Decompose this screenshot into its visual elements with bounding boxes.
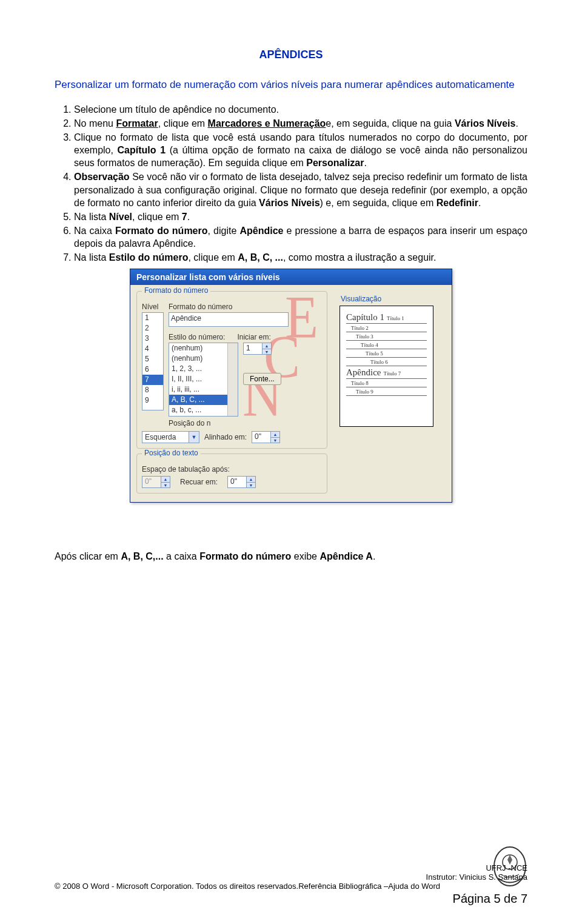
spinner-iniciar[interactable]: 1 ▲▼ bbox=[243, 343, 272, 355]
spin-down-icon[interactable]: ▼ bbox=[263, 349, 271, 355]
text: , clique em bbox=[158, 118, 208, 129]
preview-row: Título 8 bbox=[346, 379, 427, 387]
label-espaco: Espaço de tabulação após: bbox=[142, 465, 230, 474]
label-nivel: Nível bbox=[142, 303, 164, 311]
text: . bbox=[515, 118, 518, 129]
list-item[interactable]: 1 bbox=[142, 313, 163, 323]
preview-row: Título 3 bbox=[346, 332, 427, 341]
preview-small: Título 3 bbox=[356, 333, 373, 340]
text: a caixa bbox=[164, 551, 200, 561]
text: . bbox=[373, 551, 375, 561]
btn-ref-redefinir: Redefinir bbox=[436, 198, 478, 208]
list-item[interactable]: 4 bbox=[142, 344, 163, 354]
preview-small: Título 1 bbox=[387, 315, 404, 321]
spin-up-icon[interactable]: ▲ bbox=[263, 343, 271, 349]
after-dialog-text: Após clicar em A, B, C,... a caixa Forma… bbox=[55, 551, 527, 562]
spinner-value[interactable]: 1 bbox=[244, 343, 262, 354]
preview-small: Título 9 bbox=[356, 389, 373, 395]
step-1: Selecione um título de apêndice no docum… bbox=[74, 103, 527, 116]
preview-small: Título 6 bbox=[370, 359, 388, 365]
label-alinhado: Alinhado em: bbox=[204, 433, 247, 441]
btn-label: Fonte... bbox=[250, 375, 275, 383]
spinner-recuar[interactable]: 0" ▲▼ bbox=[227, 476, 256, 488]
spinner-espaco: 0" ▲▼ bbox=[142, 476, 170, 488]
list-item[interactable]: 9 bbox=[142, 395, 163, 406]
preview-row: Capítulo 1Título 1 bbox=[346, 311, 427, 324]
chevron-down-icon[interactable]: ▼ bbox=[189, 432, 199, 443]
spinner-value: 0" bbox=[142, 477, 161, 487]
preview-row: Título 9 bbox=[346, 387, 427, 396]
label-iniciar: Iniciar em: bbox=[237, 333, 270, 341]
nivel-listbox[interactable]: 1 2 3 4 5 6 7 8 9 bbox=[142, 312, 164, 410]
ref-abc2: A, B, C,... bbox=[121, 551, 163, 561]
label-posicao-partial: Posição do n bbox=[169, 419, 322, 427]
estilo-numero-dropdown[interactable]: (nenhum) (nenhum) 1, 2, 3, ... I, II, II… bbox=[169, 343, 238, 417]
step-7: Na lista Estilo do número, clique em A, … bbox=[74, 251, 527, 264]
group-posicao-texto: Posição do texto Espaço de tabulação apó… bbox=[136, 454, 327, 494]
fonte-button[interactable]: Fonte... bbox=[243, 373, 281, 385]
input-formato-numero[interactable]: Apêndice bbox=[169, 312, 289, 327]
observacao-label: Observação bbox=[74, 172, 130, 182]
tab-varios-niveis-ref: Vários Níveis bbox=[259, 198, 320, 208]
preview-row: Título 6 bbox=[346, 358, 427, 366]
list-item[interactable]: 8 bbox=[142, 385, 163, 395]
preview-row: Título 2 bbox=[346, 324, 427, 332]
preview-big: Apêndice bbox=[346, 367, 381, 378]
tab-varios-niveis: Vários Níveis bbox=[455, 118, 516, 129]
dialog-titlebar: Personalizar lista com vários níveis bbox=[130, 269, 452, 285]
spin-up-icon: ▲ bbox=[161, 477, 170, 483]
text: Após clicar em bbox=[55, 551, 121, 561]
footer-ufrj: UFRJ -NCE bbox=[55, 863, 527, 872]
btn-ref-personalizar: Personalizar bbox=[306, 158, 364, 168]
subtitle: Personalizar um formato de numeração com… bbox=[55, 78, 527, 92]
ref-apendice: Apêndice bbox=[239, 226, 283, 236]
list-item[interactable]: 2 bbox=[142, 323, 163, 333]
combo-posicao[interactable]: Esquerda ▼ bbox=[142, 431, 199, 443]
page-title: APÊNDICES bbox=[55, 49, 527, 61]
scrollbar[interactable] bbox=[227, 343, 238, 416]
spinner-value[interactable]: 0" bbox=[252, 432, 270, 443]
preview-big: Capítulo 1 bbox=[346, 312, 384, 323]
spinner-alinhado[interactable]: 0" ▲▼ bbox=[252, 431, 280, 443]
preview-small: Título 2 bbox=[351, 325, 369, 331]
text: , como mostra a ilustração a seguir. bbox=[283, 252, 436, 263]
step-5: Na lista Nível, clique em 7. bbox=[74, 210, 527, 223]
spin-down-icon[interactable]: ▼ bbox=[271, 438, 279, 443]
group-formato-numero: Formato do número Nível 1 2 3 4 5 6 bbox=[136, 291, 327, 449]
ref-7: 7 bbox=[182, 212, 187, 222]
spin-up-icon[interactable]: ▲ bbox=[271, 432, 279, 438]
text: ) e, em seguida, clique em bbox=[320, 198, 436, 208]
ref-capitulo1: Capítulo 1 bbox=[118, 145, 166, 155]
menu-formatar: Formatar bbox=[116, 118, 158, 129]
spin-up-icon[interactable]: ▲ bbox=[247, 477, 255, 483]
label-visualizacao: Visualização bbox=[341, 295, 446, 303]
label-formato: Formato do número bbox=[169, 303, 232, 311]
label-estilo: Estilo do número: bbox=[169, 333, 225, 341]
group-label: Formato do número bbox=[142, 286, 210, 295]
step-4: Observação Se você não vir o formato de … bbox=[74, 170, 527, 209]
text: , clique em bbox=[132, 212, 182, 222]
ref-apendice-a: Apêndice A bbox=[319, 551, 372, 561]
text: . bbox=[187, 212, 190, 222]
list-item[interactable]: 5 bbox=[142, 354, 163, 364]
ref-formato-numero: Formato do número bbox=[115, 226, 207, 236]
preview-small: Título 5 bbox=[366, 350, 383, 357]
preview-row: Título 4 bbox=[346, 341, 427, 349]
text: , clique em bbox=[188, 252, 238, 263]
spinner-value[interactable]: 0" bbox=[228, 477, 246, 487]
list-item-selected[interactable]: 7 bbox=[142, 375, 163, 385]
step-2: No menu Formatar, clique em Marcadores e… bbox=[74, 117, 527, 130]
steps-list: Selecione um título de apêndice no docum… bbox=[55, 103, 527, 264]
list-item[interactable]: 3 bbox=[142, 333, 163, 344]
menu-marcadores: Marcadores e Numeração bbox=[208, 118, 326, 129]
footer: UFRJ -NCE Instrutor: Vinicius S. Santana… bbox=[55, 863, 527, 906]
label-recuar: Recuar em: bbox=[180, 478, 218, 486]
preview-small: Título 8 bbox=[351, 380, 369, 386]
preview-small: Título 7 bbox=[383, 370, 401, 377]
page-number: Página 5 de 7 bbox=[55, 892, 527, 906]
list-item[interactable]: 6 bbox=[142, 364, 163, 375]
text: Na caixa bbox=[74, 226, 115, 236]
dialog-personalizar: Personalizar lista com vários níveis E C… bbox=[130, 269, 452, 503]
spin-down-icon[interactable]: ▼ bbox=[247, 483, 255, 488]
preview-small: Título 4 bbox=[361, 342, 378, 348]
